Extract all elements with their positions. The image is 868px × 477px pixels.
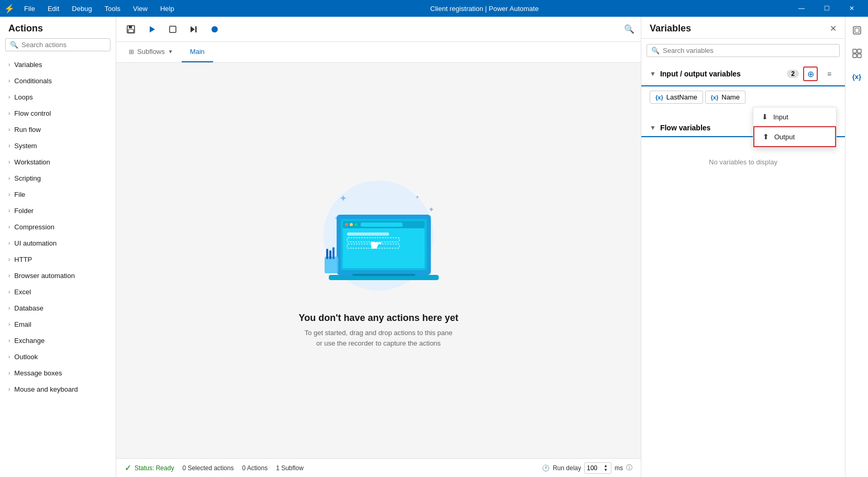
chevron-icon: › [8,354,10,360]
run-button[interactable] [143,21,160,38]
action-item-mouse-keyboard[interactable]: › Mouse and keyboard [0,381,116,397]
action-item-browser-automation[interactable]: › Browser automation [0,268,116,284]
subflows-label: Subflows [137,48,165,56]
action-label: Excel [14,288,31,296]
action-item-workstation[interactable]: › Workstation [0,154,116,170]
save-button[interactable] [123,21,139,38]
chevron-icon: › [8,110,10,116]
chevron-icon: › [8,208,10,214]
action-item-file[interactable]: › File [0,186,116,203]
action-label: Variables [14,61,42,69]
input-output-section-header[interactable]: ▼ Input / output variables 2 ⊕ ≡ [641,61,845,86]
action-item-run-flow[interactable]: › Run flow [0,121,116,138]
canvas-area: 🔍 ⊞ Subflows ▼ Main ✦ ✦ ✦ [116,17,641,477]
chevron-icon: › [8,240,10,246]
action-item-conditionals[interactable]: › Conditionals [0,73,116,89]
minimize-button[interactable]: — [789,0,814,17]
svg-rect-32 [853,27,861,34]
action-label: System [14,142,37,150]
variables-icon[interactable]: {x} [848,67,866,86]
action-label: File [14,191,25,198]
action-item-excel[interactable]: › Excel [0,284,116,300]
chevron-icon: › [8,143,10,149]
next-button[interactable] [185,21,202,38]
svg-rect-4 [170,26,176,32]
svg-rect-1 [129,26,132,28]
action-label: Workstation [14,158,50,166]
status-check-icon: ✓ [125,463,131,473]
variable-item-name[interactable]: {x} Name [705,91,745,104]
subflows-dropdown-icon[interactable]: ▼ [168,49,173,54]
run-delay-value[interactable] [587,464,603,472]
action-item-ui-automation[interactable]: › UI automation [0,235,116,251]
design-canvas: ✦ ✦ ✦ ✦ ✦ [116,63,641,458]
action-item-http[interactable]: › HTTP [0,251,116,268]
chevron-icon: › [8,338,10,343]
action-item-system[interactable]: › System [0,138,116,154]
action-label: Folder [14,207,34,215]
search-variables-input[interactable] [663,47,835,54]
toolbar-search-button[interactable]: 🔍 [624,24,635,34]
chevron-icon: › [8,273,10,279]
svg-point-18 [345,223,348,226]
filter-button[interactable]: ≡ [822,66,837,81]
record-button[interactable] [206,21,223,38]
stop-button[interactable] [164,21,181,38]
stepper-down[interactable]: ▼ [603,468,609,472]
layers-icon[interactable] [848,21,866,40]
action-item-exchange[interactable]: › Exchange [0,332,116,349]
action-item-variables[interactable]: › Variables [0,57,116,73]
variables-close-button[interactable]: ✕ [830,24,837,34]
action-item-scripting[interactable]: › Scripting [0,170,116,186]
dropdown-input-option[interactable]: ⬇ Input [753,107,836,126]
action-label: Loops [14,93,32,101]
action-label: Message boxes [14,369,62,377]
variables-panel-header: Variables ✕ [641,17,845,39]
run-delay-stepper: ▲ ▼ [603,464,609,472]
output-icon: ⬆ [763,132,769,141]
add-variable-button[interactable]: ⊕ [803,66,818,81]
search-actions-input[interactable] [21,41,109,49]
action-label: Email [14,320,31,328]
menu-tools[interactable]: Tools [99,3,126,15]
menu-edit[interactable]: Edit [42,3,64,15]
action-item-compression[interactable]: › Compression [0,219,116,235]
actions-title: Actions [0,17,116,38]
menu-debug[interactable]: Debug [66,3,97,15]
subflows-icon: ⊞ [129,48,134,56]
tab-main[interactable]: Main [182,42,213,62]
assets-icon[interactable] [848,44,866,63]
variable-item-lastname[interactable]: {x} LastName [650,91,703,104]
side-icon-panel: {x} [845,17,868,477]
clock-icon: 🕐 [542,464,550,472]
variable-name: Name [721,93,740,101]
canvas-empty-title: You don't have any actions here yet [298,313,458,324]
variables-panel-title: Variables [650,23,830,34]
menu-file[interactable]: File [19,3,40,15]
close-button[interactable]: ✕ [840,0,864,17]
action-label: UI automation [14,239,57,247]
menu-help[interactable]: Help [155,3,180,15]
action-label: Database [14,304,43,312]
action-label: Exchange [14,337,44,345]
action-item-outlook[interactable]: › Outlook [0,349,116,365]
action-label: Run flow [14,126,41,134]
action-item-folder[interactable]: › Folder [0,203,116,219]
svg-rect-22 [347,232,389,236]
variables-search-box: 🔍 [647,44,840,57]
tab-subflows[interactable]: ⊞ Subflows ▼ [120,42,182,62]
svg-marker-3 [150,26,155,32]
var-search-icon: 🔍 [651,47,660,54]
menu-view[interactable]: View [128,3,153,15]
dropdown-output-option[interactable]: ⬆ Output [753,126,836,147]
action-item-email[interactable]: › Email [0,316,116,332]
action-item-flow-control[interactable]: › Flow control [0,105,116,121]
action-item-message-boxes[interactable]: › Message boxes [0,365,116,381]
svg-rect-6 [195,26,197,32]
run-delay-label: Run delay [553,464,581,472]
action-item-loops[interactable]: › Loops [0,89,116,105]
window-controls: — ☐ ✕ [789,0,864,17]
info-icon[interactable]: ⓘ [626,463,632,472]
maximize-button[interactable]: ☐ [815,0,839,17]
action-item-database[interactable]: › Database [0,300,116,316]
